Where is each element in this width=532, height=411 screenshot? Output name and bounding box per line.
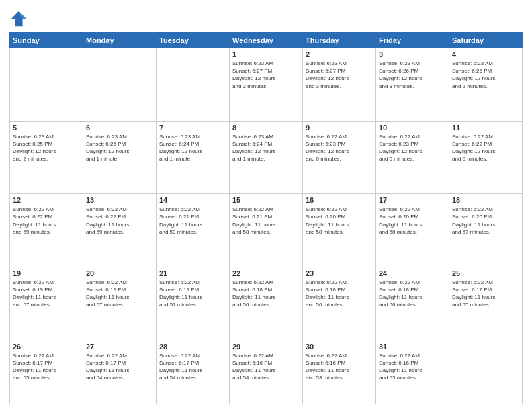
calendar-cell: 11Sunrise: 6:22 AM Sunset: 6:22 PM Dayli… [449,121,523,194]
day-number: 4 [452,50,519,58]
day-number: 17 [379,196,446,204]
calendar-week-2: 5Sunrise: 6:23 AM Sunset: 6:25 PM Daylig… [10,121,523,194]
day-number: 29 [232,342,300,351]
calendar-cell: 13Sunrise: 6:22 AM Sunset: 6:22 PM Dayli… [83,194,157,267]
day-info: Sunrise: 6:22 AM Sunset: 6:16 PM Dayligh… [379,352,446,382]
day-number: 25 [452,269,519,277]
weekday-wednesday: Wednesday [230,33,303,48]
day-number: 3 [379,50,446,58]
day-info: Sunrise: 6:23 AM Sunset: 6:26 PM Dayligh… [452,60,519,90]
day-info: Sunrise: 6:22 AM Sunset: 6:23 PM Dayligh… [306,133,373,163]
calendar-cell: 1Sunrise: 6:23 AM Sunset: 6:27 PM Daylig… [230,48,303,122]
day-info: Sunrise: 6:22 AM Sunset: 6:20 PM Dayligh… [306,205,373,236]
calendar-cell: 22Sunrise: 6:22 AM Sunset: 6:18 PM Dayli… [230,267,303,340]
day-number: 5 [13,124,80,132]
day-number: 22 [232,269,300,277]
calendar-week-1: 1Sunrise: 6:23 AM Sunset: 6:27 PM Daylig… [10,48,523,122]
weekday-header-row: SundayMondayTuesdayWednesdayThursdayFrid… [10,33,523,48]
day-number: 11 [452,124,519,132]
calendar-cell: 3Sunrise: 6:23 AM Sunset: 6:26 PM Daylig… [376,48,449,122]
calendar-cell: 23Sunrise: 6:22 AM Sunset: 6:18 PM Dayli… [303,267,376,340]
day-info: Sunrise: 6:22 AM Sunset: 6:18 PM Dayligh… [232,279,300,309]
day-info: Sunrise: 6:22 AM Sunset: 6:18 PM Dayligh… [379,279,446,309]
page: SundayMondayTuesdayWednesdayThursdayFrid… [0,0,532,411]
day-number: 9 [306,124,373,132]
day-number: 1 [232,50,300,58]
day-info: Sunrise: 6:22 AM Sunset: 6:21 PM Dayligh… [159,205,226,236]
day-info: Sunrise: 6:22 AM Sunset: 6:22 PM Dayligh… [452,133,519,163]
weekday-saturday: Saturday [449,33,523,48]
calendar-cell [83,48,157,122]
calendar-cell: 17Sunrise: 6:22 AM Sunset: 6:20 PM Dayli… [376,194,449,267]
calendar-cell: 12Sunrise: 6:22 AM Sunset: 6:22 PM Dayli… [10,194,83,267]
calendar-table: SundayMondayTuesdayWednesdayThursdayFrid… [9,32,523,404]
day-number: 30 [306,342,373,351]
calendar-cell: 10Sunrise: 6:22 AM Sunset: 6:23 PM Dayli… [376,121,449,194]
day-number: 2 [306,50,373,58]
day-number: 6 [86,124,153,132]
day-info: Sunrise: 6:22 AM Sunset: 6:16 PM Dayligh… [306,352,373,382]
day-number: 21 [159,269,226,277]
calendar-cell: 30Sunrise: 6:22 AM Sunset: 6:16 PM Dayli… [303,340,376,404]
day-info: Sunrise: 6:22 AM Sunset: 6:20 PM Dayligh… [452,205,519,236]
day-info: Sunrise: 6:22 AM Sunset: 6:20 PM Dayligh… [379,205,446,236]
day-number: 16 [306,196,373,204]
calendar-cell: 8Sunrise: 6:23 AM Sunset: 6:24 PM Daylig… [230,121,303,194]
day-info: Sunrise: 6:23 AM Sunset: 6:24 PM Dayligh… [232,133,300,163]
day-number: 13 [86,196,153,204]
day-number: 12 [13,196,80,204]
calendar-week-3: 12Sunrise: 6:22 AM Sunset: 6:22 PM Dayli… [10,194,523,267]
calendar-cell: 2Sunrise: 6:23 AM Sunset: 6:27 PM Daylig… [303,48,376,122]
day-number: 15 [232,196,300,204]
day-info: Sunrise: 6:23 AM Sunset: 6:26 PM Dayligh… [379,60,446,90]
day-number: 24 [379,269,446,277]
calendar-cell: 19Sunrise: 6:22 AM Sunset: 6:19 PM Dayli… [10,267,83,340]
calendar-cell: 9Sunrise: 6:22 AM Sunset: 6:23 PM Daylig… [303,121,376,194]
weekday-sunday: Sunday [10,33,83,48]
calendar-week-5: 26Sunrise: 6:22 AM Sunset: 6:17 PM Dayli… [10,340,523,404]
calendar-cell [10,48,83,122]
day-info: Sunrise: 6:22 AM Sunset: 6:17 PM Dayligh… [86,352,153,382]
day-info: Sunrise: 6:23 AM Sunset: 6:25 PM Dayligh… [13,133,80,163]
day-info: Sunrise: 6:22 AM Sunset: 6:22 PM Dayligh… [86,205,153,236]
calendar-cell: 5Sunrise: 6:23 AM Sunset: 6:25 PM Daylig… [10,121,83,194]
day-info: Sunrise: 6:23 AM Sunset: 6:24 PM Dayligh… [159,133,226,163]
calendar-cell: 25Sunrise: 6:22 AM Sunset: 6:17 PM Dayli… [449,267,523,340]
day-info: Sunrise: 6:22 AM Sunset: 6:17 PM Dayligh… [452,279,519,309]
calendar-cell: 7Sunrise: 6:23 AM Sunset: 6:24 PM Daylig… [157,121,230,194]
day-number: 10 [379,124,446,132]
calendar-cell: 21Sunrise: 6:22 AM Sunset: 6:19 PM Dayli… [157,267,230,340]
calendar-cell: 24Sunrise: 6:22 AM Sunset: 6:18 PM Dayli… [376,267,449,340]
calendar-cell: 27Sunrise: 6:22 AM Sunset: 6:17 PM Dayli… [83,340,157,404]
calendar-cell: 20Sunrise: 6:22 AM Sunset: 6:19 PM Dayli… [83,267,157,340]
day-info: Sunrise: 6:22 AM Sunset: 6:23 PM Dayligh… [379,133,446,163]
day-info: Sunrise: 6:22 AM Sunset: 6:17 PM Dayligh… [159,352,226,382]
day-info: Sunrise: 6:22 AM Sunset: 6:22 PM Dayligh… [13,205,80,236]
day-number: 28 [159,342,226,351]
day-info: Sunrise: 6:23 AM Sunset: 6:25 PM Dayligh… [86,133,153,163]
calendar-cell: 31Sunrise: 6:22 AM Sunset: 6:16 PM Dayli… [376,340,449,404]
calendar-cell: 14Sunrise: 6:22 AM Sunset: 6:21 PM Dayli… [157,194,230,267]
calendar-cell: 15Sunrise: 6:22 AM Sunset: 6:21 PM Dayli… [230,194,303,267]
calendar-cell: 6Sunrise: 6:23 AM Sunset: 6:25 PM Daylig… [83,121,157,194]
day-number: 27 [86,342,153,351]
day-info: Sunrise: 6:23 AM Sunset: 6:27 PM Dayligh… [232,60,300,90]
day-number: 20 [86,269,153,277]
calendar-week-4: 19Sunrise: 6:22 AM Sunset: 6:19 PM Dayli… [10,267,523,340]
calendar-cell [157,48,230,122]
day-number: 26 [13,342,80,351]
calendar-cell [449,340,523,404]
day-info: Sunrise: 6:22 AM Sunset: 6:17 PM Dayligh… [13,352,80,382]
calendar-cell: 16Sunrise: 6:22 AM Sunset: 6:20 PM Dayli… [303,194,376,267]
logo-icon [9,9,28,28]
calendar-cell: 29Sunrise: 6:22 AM Sunset: 6:16 PM Dayli… [230,340,303,404]
day-info: Sunrise: 6:22 AM Sunset: 6:19 PM Dayligh… [13,279,80,309]
day-info: Sunrise: 6:22 AM Sunset: 6:18 PM Dayligh… [306,279,373,309]
header [9,7,523,28]
weekday-tuesday: Tuesday [157,33,230,48]
day-number: 19 [13,269,80,277]
calendar-cell: 28Sunrise: 6:22 AM Sunset: 6:17 PM Dayli… [157,340,230,404]
calendar-cell: 26Sunrise: 6:22 AM Sunset: 6:17 PM Dayli… [10,340,83,404]
calendar-cell: 4Sunrise: 6:23 AM Sunset: 6:26 PM Daylig… [449,48,523,122]
weekday-friday: Friday [376,33,449,48]
